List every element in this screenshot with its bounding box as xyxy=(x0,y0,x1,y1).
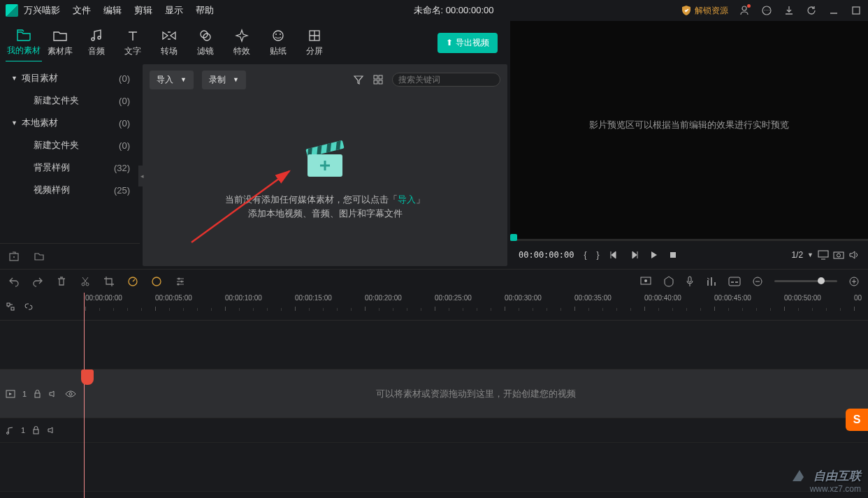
svg-point-29 xyxy=(82,283,85,286)
marker-button[interactable] xyxy=(664,276,674,287)
import-link[interactable]: 导入 xyxy=(398,194,416,205)
audio-track-icon xyxy=(6,426,14,434)
volume-icon[interactable] xyxy=(848,250,860,260)
mute-icon[interactable] xyxy=(48,390,58,398)
svg-point-4 xyxy=(92,38,94,41)
svg-point-34 xyxy=(181,280,183,282)
svg-point-30 xyxy=(86,283,89,286)
timeline-ruler[interactable]: 00:00:00:0000:00:05:0000:00:10:0000:00:1… xyxy=(84,293,868,320)
svg-point-28 xyxy=(837,254,841,257)
filter-icon[interactable] xyxy=(353,74,364,85)
sogou-ime-icon[interactable]: S xyxy=(846,409,868,431)
caption-button[interactable] xyxy=(728,277,741,286)
message-icon[interactable]: ⋯ xyxy=(760,4,773,17)
timeline-link-icon[interactable] xyxy=(24,302,34,312)
svg-point-9 xyxy=(275,34,277,35)
search-input[interactable] xyxy=(398,75,503,85)
next-frame-button[interactable] xyxy=(629,250,639,260)
preview-scrubber[interactable] xyxy=(510,228,868,241)
maximize-icon[interactable] xyxy=(850,4,862,17)
chevron-down-icon: ▼ xyxy=(11,119,17,126)
account-icon[interactable] xyxy=(738,4,751,17)
display-icon[interactable] xyxy=(818,250,829,260)
tab-effects[interactable]: 特效 xyxy=(224,24,260,61)
watermark: 自由互联 www.xz7.com xyxy=(790,467,861,494)
svg-text:⋯: ⋯ xyxy=(764,7,770,14)
audio-track[interactable]: 1 xyxy=(0,418,868,443)
voiceover-button[interactable] xyxy=(685,276,695,287)
text-icon xyxy=(126,27,140,44)
search-box[interactable] xyxy=(392,73,500,87)
sidebar-group-local[interactable]: ▼本地素材(0) xyxy=(0,112,140,134)
refresh-icon[interactable] xyxy=(805,4,818,17)
play-button[interactable] xyxy=(649,250,658,260)
crop-button[interactable] xyxy=(103,276,115,287)
export-button[interactable]: ⬆导出视频 xyxy=(437,33,498,53)
timeline-lock-icon[interactable] xyxy=(6,302,15,312)
sidebar-item-new-folder-1[interactable]: 新建文件夹(0) xyxy=(0,89,140,112)
zoom-out-button[interactable] xyxy=(752,276,763,287)
speed-button[interactable] xyxy=(127,276,138,287)
music-icon xyxy=(89,27,103,44)
visibility-icon[interactable] xyxy=(65,390,76,398)
menu-file[interactable]: 文件 xyxy=(73,4,91,17)
svg-rect-13 xyxy=(374,75,377,79)
tab-audio[interactable]: 音频 xyxy=(78,24,115,61)
redo-button[interactable] xyxy=(32,276,43,287)
undo-button[interactable] xyxy=(8,276,20,287)
mark-out-button[interactable]: } xyxy=(597,250,600,260)
tab-my-media[interactable]: 我的素材 xyxy=(6,24,42,62)
import-dropdown[interactable]: 导入▼ xyxy=(150,71,194,89)
video-track-drop-hint: 可以将素材或资源拖动到这里，开始创建您的视频 xyxy=(84,369,868,418)
mute-icon[interactable] xyxy=(47,426,57,434)
playhead-line xyxy=(84,293,85,498)
sidebar-item-new-folder-2[interactable]: 新建文件夹(0) xyxy=(0,134,140,156)
svg-point-47 xyxy=(7,432,9,434)
tab-transition[interactable]: 转场 xyxy=(151,24,187,61)
tab-split[interactable]: 分屏 xyxy=(296,24,333,61)
preview-scale[interactable]: 1/2 xyxy=(791,250,803,260)
unlock-resources-button[interactable]: 解锁资源 xyxy=(681,5,728,17)
new-bin-icon[interactable] xyxy=(8,251,20,262)
menu-help[interactable]: 帮助 xyxy=(196,4,214,17)
snapshot-icon[interactable] xyxy=(833,250,844,260)
tab-sticker[interactable]: 贴纸 xyxy=(260,24,296,61)
zoom-in-button[interactable] xyxy=(848,276,860,287)
tab-filter[interactable]: 滤镜 xyxy=(187,24,224,61)
prev-frame-button[interactable] xyxy=(609,250,619,260)
media-content: ◂ 导入▼ 录制▼ 当前没有 xyxy=(143,64,507,266)
lock-icon[interactable] xyxy=(34,390,41,398)
menu-view[interactable]: 显示 xyxy=(165,4,183,17)
zoom-slider[interactable] xyxy=(774,280,837,282)
svg-rect-14 xyxy=(379,75,382,79)
minimize-icon[interactable] xyxy=(827,4,840,17)
cut-button[interactable] xyxy=(80,276,91,287)
svg-point-8 xyxy=(273,31,283,41)
sidebar-group-project[interactable]: ▼项目素材(0) xyxy=(0,67,140,89)
color-button[interactable] xyxy=(151,276,162,287)
tab-text[interactable]: 文字 xyxy=(115,24,151,61)
stop-button[interactable] xyxy=(668,250,678,260)
sidebar-item-video-samples[interactable]: 视频样例(25) xyxy=(0,179,140,201)
adjust-button[interactable] xyxy=(175,276,186,287)
svg-rect-15 xyxy=(374,80,377,84)
record-screen-button[interactable] xyxy=(640,277,653,286)
audio-mixer-button[interactable] xyxy=(706,276,717,287)
new-folder-icon[interactable] xyxy=(34,251,45,262)
delete-button[interactable] xyxy=(56,276,67,287)
svg-point-35 xyxy=(178,283,180,285)
tab-library[interactable]: 素材库 xyxy=(42,24,78,61)
mark-in-button[interactable]: { xyxy=(584,250,586,260)
sidebar-item-background-samples[interactable]: 背景样例(32) xyxy=(0,156,140,179)
playhead-handle[interactable] xyxy=(81,369,94,385)
chevron-down-icon[interactable]: ▼ xyxy=(807,251,813,258)
menu-clip[interactable]: 剪辑 xyxy=(134,4,152,17)
svg-rect-27 xyxy=(834,252,844,258)
video-track[interactable]: 1 可以将素材或资源拖动到这里，开始创建您的视频 xyxy=(0,369,868,418)
download-icon[interactable] xyxy=(783,4,795,17)
record-dropdown[interactable]: 录制▼ xyxy=(202,71,246,89)
lock-icon[interactable] xyxy=(32,426,40,434)
menu-edit[interactable]: 编辑 xyxy=(103,4,122,17)
grid-view-icon[interactable] xyxy=(372,74,384,85)
svg-rect-3 xyxy=(853,7,860,14)
